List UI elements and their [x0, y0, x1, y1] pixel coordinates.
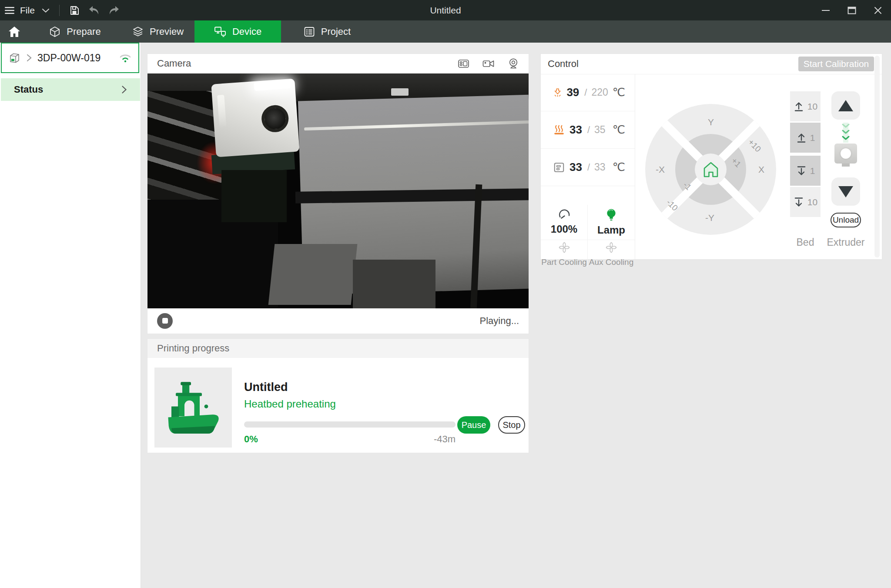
extrude-up-button[interactable]: [831, 91, 860, 120]
arrow-up-from-bar-icon: [793, 101, 804, 112]
extruder-gear: [841, 148, 851, 159]
tab-prepare[interactable]: Prepare: [29, 20, 121, 43]
nozzle-temp-row[interactable]: 39 / 220 ℃: [541, 74, 635, 111]
triangle-down-icon: [838, 186, 853, 197]
file-menu[interactable]: File: [19, 0, 37, 20]
pad-label-x-plus[interactable]: X: [758, 164, 764, 175]
xy-home-button[interactable]: [695, 154, 727, 185]
part-cooling-control[interactable]: Part Cooling: [541, 240, 588, 267]
toolhead-led-side: [217, 95, 226, 128]
tab-device[interactable]: Device: [194, 20, 281, 43]
temp-separator: /: [587, 162, 590, 173]
tab-project-label: Project: [321, 26, 351, 37]
control-panel: Control Start Calibration 39 / 220 ℃ 33 …: [540, 53, 882, 260]
control-scrollbar[interactable]: [874, 56, 880, 257]
sidebar-item-status[interactable]: Status: [1, 78, 140, 101]
aux-cooling-fan-icon: [604, 240, 619, 255]
toolhead-lens: [261, 104, 289, 133]
heatbed-temp-current: 33: [569, 123, 582, 137]
pause-button[interactable]: Pause: [457, 416, 490, 434]
xy-motion-pad: Y -Y X -X +10 +1 -1 -10: [645, 104, 776, 235]
preview-layers-icon: [132, 26, 144, 37]
pad-label-y-plus[interactable]: Y: [708, 117, 714, 127]
unload-filament-button[interactable]: Unload: [831, 213, 861, 227]
aux-cooling-control[interactable]: Aux Cooling: [588, 240, 635, 267]
control-title: Control: [548, 58, 579, 70]
undo-button[interactable]: [84, 0, 104, 20]
printing-progress-header: Printing progress: [147, 339, 529, 358]
camera-footer: Playing...: [147, 308, 529, 334]
bed-up-10-button[interactable]: 10: [790, 91, 821, 121]
titlebar: File Untitled: [0, 0, 891, 20]
tab-project[interactable]: Project: [281, 20, 373, 43]
video-scene-lower-panel2: [353, 260, 435, 308]
celsius-unit: ℃: [613, 86, 625, 99]
bed-step-value: 10: [807, 101, 817, 112]
pad-label-y-minus[interactable]: -Y: [705, 213, 714, 223]
part-cooling-fan-icon: [557, 240, 572, 255]
device-screens-icon: [214, 26, 226, 37]
tabbar: Prepare Preview Device Project: [0, 20, 891, 43]
celsius-unit: ℃: [613, 160, 625, 174]
chamber-temp-target: 33: [594, 161, 606, 173]
nozzle-temp-target: 220: [591, 87, 608, 98]
heatbed-temp-row[interactable]: 33 / 35 ℃: [541, 111, 635, 149]
printing-progress-panel: Printing progress Untitled Heatbed prehe…: [147, 338, 529, 453]
celsius-unit: ℃: [613, 123, 625, 137]
triangle-up-icon: [838, 100, 853, 111]
sd-card-icon[interactable]: [458, 58, 469, 69]
tab-preview-label: Preview: [150, 26, 184, 37]
video-scene-toolhead-mount: [221, 170, 287, 222]
stream-stop-button[interactable]: [157, 313, 173, 329]
part-cooling-label: Part Cooling: [541, 257, 587, 267]
start-calibration-label: Start Calibration: [804, 59, 869, 69]
video-record-icon[interactable]: [482, 58, 495, 69]
pause-label: Pause: [462, 420, 486, 430]
bed-step-value: 1: [810, 166, 815, 176]
fan-speed-control[interactable]: 100%: [541, 205, 588, 240]
bed-up-1-button[interactable]: 1: [790, 123, 821, 153]
nozzle-temp-icon: [553, 87, 562, 99]
stop-label: Stop: [502, 420, 520, 430]
extruder-nozzle: [842, 164, 850, 167]
tab-home[interactable]: [0, 20, 29, 43]
start-calibration-button[interactable]: Start Calibration: [798, 57, 874, 71]
bed-down-1-button[interactable]: 1: [790, 156, 821, 186]
camera-header: Camera: [147, 54, 529, 74]
close-button[interactable]: [865, 0, 891, 20]
hamburger-menu-icon[interactable]: [0, 0, 19, 20]
toolbar-divider: [59, 5, 60, 16]
pad-label-x-minus[interactable]: -X: [656, 164, 665, 175]
maximize-button[interactable]: [839, 0, 865, 20]
wifi-icon: [118, 53, 132, 63]
bed-down-10-button[interactable]: 10: [790, 187, 821, 217]
redo-button[interactable]: [104, 0, 124, 20]
progress-bar: [244, 421, 456, 428]
minimize-button[interactable]: [813, 0, 839, 20]
job-thumbnail: [154, 368, 232, 448]
tab-preview[interactable]: Preview: [121, 20, 194, 43]
device-selector[interactable]: 3DP-00W-019: [1, 43, 139, 73]
unload-label: Unload: [833, 215, 859, 225]
nozzle-temp-current: 39: [566, 86, 579, 99]
save-button[interactable]: [65, 0, 84, 20]
stop-button[interactable]: Stop: [498, 416, 525, 434]
printing-progress-title: Printing progress: [157, 343, 229, 354]
webcam-icon[interactable]: [508, 58, 519, 69]
printer-icon: [8, 51, 21, 64]
home-xy-icon: [702, 161, 720, 178]
extruder-axis-label: Extruder: [824, 237, 868, 248]
window-title: Untitled: [0, 0, 891, 20]
heatbed-temp-icon: [553, 124, 565, 136]
status-label: Status: [14, 84, 43, 95]
extrude-down-button[interactable]: [831, 177, 860, 206]
project-list-icon: [304, 26, 315, 37]
fan-speed-gauge-icon: [558, 209, 571, 220]
fan-lamp-grid: 100% Lamp Part Cooling Aux Cooling: [541, 205, 635, 259]
chevron-down-icon[interactable]: [37, 0, 54, 20]
fan-speed-value: 100%: [551, 223, 577, 235]
chamber-temp-row[interactable]: 33 / 33 ℃: [541, 149, 635, 186]
lamp-toggle[interactable]: Lamp: [588, 205, 635, 240]
bed-axis-label: Bed: [790, 237, 821, 248]
aux-cooling-label: Aux Cooling: [589, 257, 633, 267]
